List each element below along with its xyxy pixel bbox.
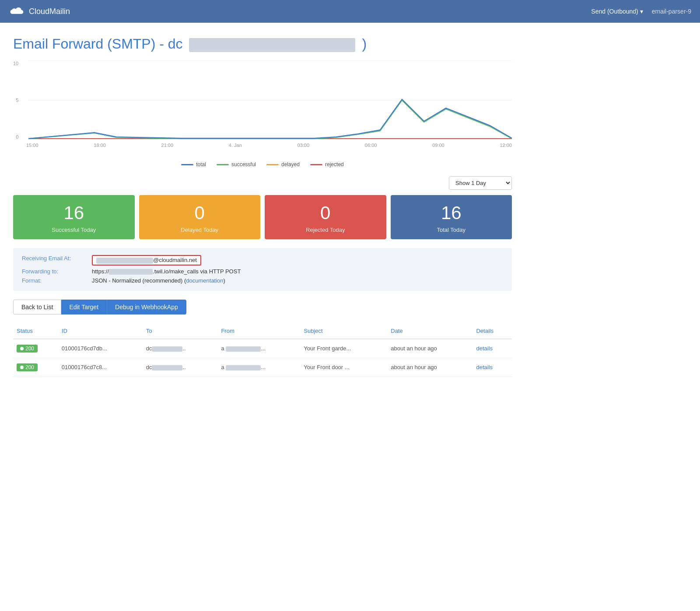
stat-delayed-number: 0 [144,203,256,223]
cell-date-0: about an hour ago [387,339,472,358]
col-id: ID [58,323,143,339]
edit-target-button[interactable]: Edit Target [61,300,107,314]
stat-rejected: 0 Rejected Today [265,195,386,239]
col-subject: Subject [300,323,387,339]
cell-to-0: dc .. [143,339,218,358]
cell-details-1: details [472,358,512,377]
legend-successful: successful [217,161,256,168]
cloud-logo-icon [9,6,24,17]
navbar: CloudMailin Send (Outbound) ▾ email-pars… [0,0,700,23]
legend-delayed-line [266,164,279,165]
format-value: JSON - Normalized (recommended) (documen… [92,277,225,284]
table-body: 200 01000176cd7db... dc .. a ... Your Fr… [13,339,512,377]
table-row: 200 01000176cd7c8... dc .. a ... Your Fr… [13,358,512,377]
col-status: Status [13,323,58,339]
info-row-forwarding: Forwarding to: https:// .twil.io/make_ca… [22,268,503,275]
page-title: Email Forward (SMTP) - dc ) [13,36,512,52]
stats-row: 16 Successful Today 0 Delayed Today 0 Re… [13,195,512,239]
action-buttons: Back to List Edit Target Debug in Webhoo… [13,300,512,314]
legend-successful-line [217,164,229,165]
controls-row: Show 1 Day Show 7 Days Show 30 Days [13,176,512,190]
cell-id-0: 01000176cd7db... [58,339,143,358]
col-details: Details [472,323,512,339]
col-from: From [217,323,300,339]
receiving-value: @cloudmailin.net [92,255,201,265]
legend-rejected-line [310,164,322,165]
cell-id-1: 01000176cd7c8... [58,358,143,377]
cell-to-1: dc .. [143,358,218,377]
cell-status-0: 200 [13,339,58,358]
main-content: Email Forward (SMTP) - dc ) 10 5 0 [0,23,525,386]
info-panel: Receiving Email At: @cloudmailin.net For… [13,248,512,291]
table-header: Status ID To From Subject Date Details [13,323,512,339]
cell-status-1: 200 [13,358,58,377]
status-badge-0: 200 [17,345,38,353]
brand-name: CloudMailin [29,7,70,16]
show-period-select[interactable]: Show 1 Day Show 7 Days Show 30 Days [449,176,512,190]
forwarding-label: Forwarding to: [22,268,88,275]
stat-successful-number: 16 [18,203,130,223]
info-row-receiving: Receiving Email At: @cloudmailin.net [22,255,503,265]
legend-total-line [181,164,193,165]
stat-delayed-label: Delayed Today [144,227,256,233]
info-row-format: Format: JSON - Normalized (recommended) … [22,277,503,284]
debug-button[interactable]: Debug in WebhookApp [107,300,186,314]
legend-delayed: delayed [266,161,300,168]
stat-rejected-number: 0 [269,203,382,223]
back-to-list-button[interactable]: Back to List [13,300,61,314]
user-label: email-parser-9 [652,8,691,15]
email-highlight: @cloudmailin.net [92,255,201,265]
y-label-5: 5 [16,98,18,103]
cell-subject-0: Your Front garde... [300,339,387,358]
cell-from-0: a ... [217,339,300,358]
col-to: To [143,323,218,339]
status-dot-0 [20,347,24,350]
stat-total: 16 Total Today [391,195,512,239]
stat-rejected-label: Rejected Today [269,227,382,233]
receiving-label: Receiving Email At: [22,255,88,262]
legend-rejected: rejected [310,161,344,168]
email-table: Status ID To From Subject Date Details 2… [13,323,512,377]
stat-delayed: 0 Delayed Today [139,195,261,239]
y-label-0: 0 [16,134,18,140]
navbar-right: Send (Outbound) ▾ email-parser-9 [591,8,691,15]
legend-total: total [181,161,206,168]
chevron-down-icon: ▾ [640,8,643,15]
cell-subject-1: Your Front door ... [300,358,387,377]
chart-svg [28,61,512,140]
details-link-0[interactable]: details [476,345,493,352]
chart-legend: total successful delayed rejected [13,161,512,168]
chart-x-labels: 15:00 18:00 21:00 4. Jan 03:00 06:00 09:… [13,141,512,148]
stat-successful: 16 Successful Today [13,195,135,239]
stat-successful-label: Successful Today [18,227,130,233]
status-dot-1 [20,366,24,369]
stat-total-label: Total Today [395,227,508,233]
y-label-10: 10 [13,61,18,66]
details-link-1[interactable]: details [476,364,493,370]
send-outbound-button[interactable]: Send (Outbound) ▾ [591,8,643,15]
forwarding-value: https:// .twil.io/make_calls via HTTP PO… [92,268,241,275]
forwarding-blurred [109,269,153,275]
status-badge-1: 200 [17,363,38,371]
brand: CloudMailin [9,6,70,17]
documentation-link[interactable]: documentation [186,277,223,284]
stat-total-number: 16 [395,203,508,223]
cell-details-0: details [472,339,512,358]
col-date: Date [387,323,472,339]
title-blurred [189,38,355,52]
chart-container: 10 5 0 15:00 18:00 21 [13,61,512,157]
cell-from-1: a ... [217,358,300,377]
cell-date-1: about an hour ago [387,358,472,377]
format-label: Format: [22,277,88,284]
table-row: 200 01000176cd7db... dc .. a ... Your Fr… [13,339,512,358]
email-blurred [96,258,153,264]
